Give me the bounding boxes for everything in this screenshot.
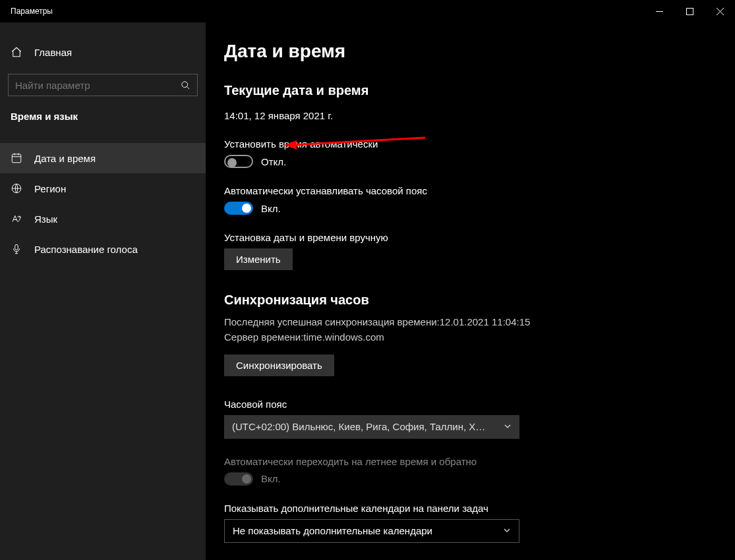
home-label: Главная <box>34 47 72 58</box>
language-icon <box>11 213 22 225</box>
minimize-button[interactable] <box>644 0 674 22</box>
calendars-value: Не показывать дополнительные календари <box>233 525 432 536</box>
home-icon <box>11 46 22 58</box>
dst-toggle <box>224 472 253 486</box>
close-button[interactable] <box>705 0 735 22</box>
chevron-down-icon <box>504 421 512 432</box>
current-datetime-value: 14:01, 12 января 2021 г. <box>224 110 735 121</box>
timezone-value: (UTC+02:00) Вильнюс, Киев, Рига, София, … <box>232 421 489 432</box>
microphone-icon <box>11 243 22 255</box>
clock-calendar-icon <box>11 152 22 164</box>
sidebar-item-date-time[interactable]: Дата и время <box>0 143 206 173</box>
svg-rect-0 <box>686 8 693 14</box>
page-title: Дата и время <box>224 41 735 62</box>
change-button[interactable]: Изменить <box>224 248 293 270</box>
dst-label: Автоматически переходить на летнее время… <box>224 456 735 467</box>
auto-time-label: Установить время автоматически <box>224 138 735 150</box>
sync-server-line: Сервер времени:time.windows.com <box>224 329 735 345</box>
sync-heading: Синхронизация часов <box>224 293 735 308</box>
content-pane: Дата и время Текущие дата и время 14:01,… <box>206 22 735 560</box>
search-icon <box>181 80 191 90</box>
window-title: Параметры <box>11 7 53 16</box>
manual-set-label: Установка даты и времени вручную <box>224 232 735 243</box>
svg-rect-4 <box>15 244 18 250</box>
sidebar-item-label: Регион <box>34 183 66 194</box>
calendars-dropdown[interactable]: Не показывать дополнительные календари <box>224 519 519 543</box>
sync-last-line: Последняя успешная синхронизация времени… <box>224 314 735 329</box>
auto-tz-state: Вкл. <box>261 203 281 214</box>
auto-tz-toggle[interactable] <box>224 202 253 215</box>
window-titlebar: Параметры <box>0 0 735 22</box>
timezone-label: Часовой пояс <box>224 399 735 410</box>
globe-icon <box>11 182 22 194</box>
sidebar-nav: Дата и время Регион Язык Распознавание г… <box>0 143 206 264</box>
chevron-down-icon <box>503 525 511 536</box>
sidebar-item-label: Язык <box>34 213 57 225</box>
sidebar-section-title: Время и язык <box>0 111 206 130</box>
svg-point-1 <box>182 81 188 87</box>
search-input[interactable] <box>15 80 191 91</box>
sidebar: Главная Время и язык Дата и время Регион <box>0 22 206 560</box>
sidebar-item-speech[interactable]: Распознавание голоса <box>0 234 206 264</box>
sidebar-item-region[interactable]: Регион <box>0 173 206 204</box>
sidebar-item-language[interactable]: Язык <box>0 204 206 234</box>
sidebar-item-label: Распознавание голоса <box>34 244 138 255</box>
search-box[interactable] <box>8 74 198 96</box>
dst-state: Вкл. <box>261 473 281 484</box>
timezone-dropdown[interactable]: (UTC+02:00) Вильнюс, Киев, Рига, София, … <box>224 415 519 439</box>
sidebar-item-label: Дата и время <box>34 153 96 164</box>
home-link[interactable]: Главная <box>0 40 206 65</box>
sync-now-button[interactable]: Синхронизировать <box>224 354 334 376</box>
auto-time-toggle[interactable] <box>224 155 253 168</box>
maximize-button[interactable] <box>674 0 705 22</box>
auto-time-state: Откл. <box>261 156 286 167</box>
auto-tz-label: Автоматически устанавливать часовой пояс <box>224 185 735 196</box>
svg-rect-2 <box>12 154 21 163</box>
current-datetime-heading: Текущие дата и время <box>224 83 735 98</box>
calendars-label: Показывать дополнительные календари на п… <box>224 503 735 514</box>
